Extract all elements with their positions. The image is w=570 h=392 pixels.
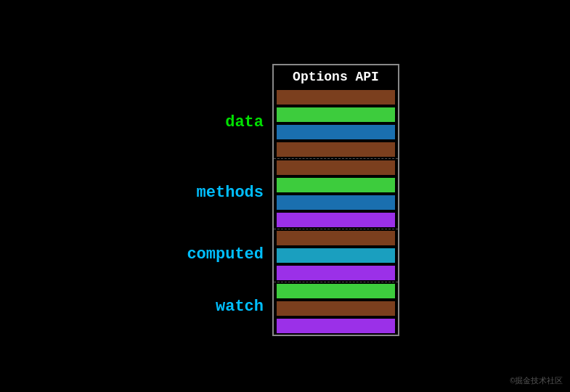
bar-brown — [277, 142, 395, 157]
bar-brown — [277, 160, 395, 175]
bar-brown — [277, 231, 395, 245]
bar-purple — [277, 213, 395, 227]
bar-blue — [277, 195, 395, 210]
bar-purple — [277, 319, 395, 333]
bar-green — [277, 107, 395, 122]
section-methods — [274, 159, 398, 229]
section-computed — [274, 229, 398, 282]
bar-brown — [277, 90, 395, 105]
bar-brown — [277, 301, 395, 316]
label-computed: computed — [171, 228, 272, 281]
bar-purple — [277, 266, 395, 280]
label-methods: methods — [171, 158, 272, 228]
section-watch — [274, 282, 398, 335]
options-box: Options API — [272, 64, 399, 336]
bar-green — [277, 178, 395, 192]
bar-green — [277, 284, 395, 298]
diagram-area: datamethodscomputedwatch Options API — [171, 64, 399, 336]
label-data: data — [171, 87, 272, 158]
label-watch: watch — [171, 281, 272, 333]
bar-teal — [277, 248, 395, 263]
section-data — [274, 89, 398, 159]
labels-sections: datamethodscomputedwatch — [171, 64, 272, 333]
bar-blue — [277, 125, 395, 139]
watermark: ©掘金技术社区 — [510, 375, 563, 386]
main-container: datamethodscomputedwatch Options API ©掘金… — [0, 0, 570, 392]
box-title: Options API — [274, 65, 398, 89]
